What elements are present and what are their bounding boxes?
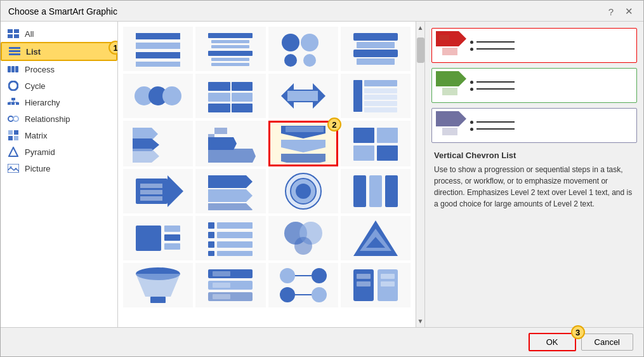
cancel-button[interactable]: Cancel bbox=[581, 333, 633, 351]
svg-point-116 bbox=[312, 268, 327, 283]
svg-rect-112 bbox=[213, 271, 230, 276]
svg-rect-56 bbox=[364, 80, 397, 86]
preview-item-green bbox=[431, 68, 637, 103]
preview-red-line-2 bbox=[470, 48, 633, 51]
grid-item-22[interactable] bbox=[195, 263, 265, 307]
grid-item-15[interactable] bbox=[268, 169, 338, 213]
svg-rect-126 bbox=[381, 281, 395, 286]
picture-icon bbox=[7, 163, 20, 173]
svg-rect-58 bbox=[364, 95, 397, 100]
svg-rect-49 bbox=[208, 104, 230, 112]
dialog-body: All List 1 bbox=[1, 22, 643, 327]
preview-green-line-2 bbox=[470, 88, 633, 91]
svg-point-103 bbox=[294, 237, 312, 255]
grid-item-19[interactable] bbox=[268, 216, 338, 260]
preview-purple-text bbox=[470, 121, 633, 131]
relationship-icon bbox=[7, 114, 20, 124]
grid-item-12[interactable] bbox=[341, 121, 411, 166]
sidebar-item-matrix[interactable]: Matrix bbox=[1, 127, 117, 144]
svg-rect-97 bbox=[208, 241, 214, 248]
svg-rect-55 bbox=[353, 80, 362, 112]
svg-rect-88 bbox=[385, 175, 398, 207]
grid-item-9[interactable] bbox=[123, 121, 193, 166]
scroll-up-arrow[interactable]: ▲ bbox=[415, 22, 424, 34]
grid-item-21[interactable] bbox=[123, 263, 193, 307]
svg-rect-79 bbox=[140, 196, 162, 201]
scroll-down-arrow[interactable]: ▼ bbox=[415, 315, 424, 327]
sidebar-item-process[interactable]: Process bbox=[1, 61, 117, 77]
svg-rect-42 bbox=[353, 50, 398, 57]
badge-1: 1 bbox=[108, 41, 118, 55]
sidebar-item-hierarchy[interactable]: Hierarchy bbox=[1, 94, 117, 111]
smartart-grid[interactable]: 2 bbox=[118, 22, 416, 327]
sidebar-item-cycle[interactable]: Cycle bbox=[1, 77, 117, 94]
svg-rect-0 bbox=[8, 29, 13, 33]
grid-item-17[interactable] bbox=[123, 216, 193, 260]
svg-rect-22 bbox=[14, 136, 18, 140]
grid-item-7[interactable] bbox=[268, 74, 338, 118]
svg-rect-28 bbox=[136, 52, 180, 58]
grid-item-5[interactable] bbox=[123, 74, 193, 118]
svg-point-118 bbox=[312, 287, 327, 302]
sidebar-item-picture[interactable]: Picture bbox=[1, 160, 117, 177]
bullet-dot-2 bbox=[470, 48, 473, 51]
grid-item-18[interactable] bbox=[195, 216, 265, 260]
svg-rect-41 bbox=[357, 42, 395, 48]
grid-item-4[interactable] bbox=[341, 27, 411, 71]
svg-rect-123 bbox=[357, 274, 371, 279]
svg-rect-2 bbox=[8, 34, 13, 38]
grid-item-8[interactable] bbox=[341, 74, 411, 118]
svg-rect-114 bbox=[213, 294, 230, 299]
svg-rect-21 bbox=[8, 136, 13, 140]
scrollbar[interactable]: ▲ ▼ bbox=[416, 22, 424, 327]
sidebar-label-cycle: Cycle bbox=[25, 81, 46, 91]
chevron-red bbox=[436, 31, 466, 60]
grid-item-1[interactable] bbox=[123, 27, 193, 71]
sidebar: All List 1 bbox=[1, 22, 118, 327]
sidebar-item-list[interactable]: List 1 bbox=[1, 42, 117, 61]
svg-rect-27 bbox=[136, 43, 180, 49]
preview-red-line-1 bbox=[470, 41, 633, 44]
chevron-green bbox=[436, 71, 466, 100]
help-button[interactable]: ? bbox=[606, 6, 616, 17]
scroll-thumb[interactable] bbox=[417, 37, 424, 63]
dialog-title: Choose a SmartArt Graphic bbox=[8, 6, 117, 17]
svg-rect-86 bbox=[353, 175, 366, 207]
svg-point-39 bbox=[303, 54, 316, 67]
svg-marker-81 bbox=[208, 189, 253, 202]
text-dash-5 bbox=[476, 121, 515, 123]
svg-marker-129 bbox=[442, 48, 457, 55]
right-panel: Vertical Chevron List Use to show a prog… bbox=[424, 22, 643, 327]
close-button[interactable]: ✕ bbox=[622, 6, 636, 17]
sidebar-label-list: List bbox=[26, 47, 41, 57]
grid-item-3[interactable] bbox=[268, 27, 338, 71]
svg-rect-31 bbox=[211, 40, 249, 43]
svg-rect-57 bbox=[364, 88, 397, 93]
svg-rect-11 bbox=[11, 98, 15, 100]
bullet-dot-1 bbox=[470, 41, 473, 44]
sidebar-item-all[interactable]: All bbox=[1, 25, 117, 42]
grid-item-24[interactable] bbox=[341, 263, 411, 307]
grid-item-20[interactable] bbox=[341, 216, 411, 260]
sidebar-item-relationship[interactable]: Relationship bbox=[1, 111, 117, 127]
grid-item-6[interactable] bbox=[195, 74, 265, 118]
svg-rect-89 bbox=[136, 226, 161, 251]
svg-rect-52 bbox=[232, 104, 253, 112]
svg-rect-34 bbox=[211, 58, 249, 61]
grid-item-2[interactable] bbox=[195, 27, 265, 71]
preview-green-text bbox=[470, 81, 633, 91]
svg-rect-5 bbox=[9, 50, 20, 52]
grid-item-16[interactable] bbox=[341, 169, 411, 213]
svg-rect-47 bbox=[208, 82, 230, 91]
preview-green-line-1 bbox=[470, 81, 633, 84]
ok-button[interactable]: OK bbox=[529, 333, 576, 351]
grid-item-23[interactable] bbox=[268, 263, 338, 307]
grid-item-14[interactable] bbox=[195, 169, 265, 213]
bullet-dot-5 bbox=[470, 121, 473, 124]
sidebar-item-pyramid[interactable]: Pyramid bbox=[1, 144, 117, 160]
sidebar-label-picture: Picture bbox=[25, 164, 50, 173]
grid-item-11[interactable]: 2 bbox=[268, 121, 338, 166]
svg-rect-14 bbox=[16, 102, 19, 105]
grid-item-10[interactable] bbox=[195, 121, 265, 166]
grid-item-13[interactable] bbox=[123, 169, 193, 213]
